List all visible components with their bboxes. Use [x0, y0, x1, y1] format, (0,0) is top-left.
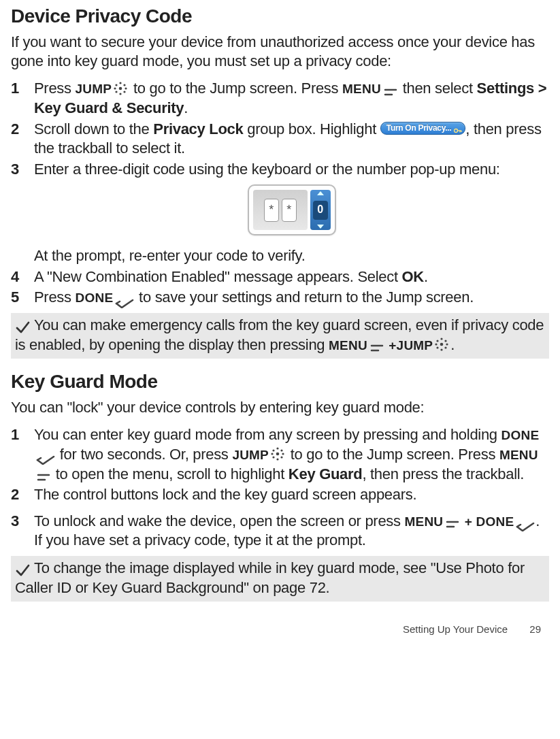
bold-text: Key Guard — [289, 465, 363, 482]
step-1: 1 You can enter key guard mode from any … — [11, 425, 549, 484]
tip-text: . — [450, 336, 455, 353]
svg-point-17 — [441, 338, 443, 340]
text: You can enter key guard mode from any sc… — [34, 426, 501, 443]
turn-on-privacy-button: Turn On Privacy... — [380, 122, 466, 135]
step-num: 5 — [11, 288, 34, 308]
text: , then press the trackball. — [362, 465, 524, 482]
step-body: Scroll down to the Privacy Lock group bo… — [34, 120, 549, 159]
step-body: You can enter key guard mode from any sc… — [34, 425, 549, 484]
jump-icon — [434, 337, 449, 352]
text: The control buttons lock and the key gua… — [34, 486, 416, 503]
step-4: 4 A "New Combination Enabled" message ap… — [11, 267, 549, 287]
jump-icon — [270, 446, 285, 461]
step-3: 3 To unlock and wake the device, open th… — [11, 512, 549, 551]
svg-point-21 — [441, 348, 443, 350]
text: to go to the Jump screen. Press — [286, 446, 499, 463]
svg-point-1 — [124, 84, 126, 86]
step-num: 3 — [11, 512, 34, 531]
code-cell: * — [264, 199, 279, 222]
svg-point-31 — [272, 457, 274, 459]
step-3: 3 Enter a three-digit code using the key… — [11, 160, 549, 244]
svg-point-22 — [437, 346, 439, 348]
text: A "New Combination Enabled" message appe… — [34, 268, 402, 285]
code-spinner: 0 — [310, 190, 331, 230]
steps-list-keyguard: 1 You can enter key guard mode from any … — [11, 425, 549, 551]
steps-list-privacy: 1 Press JUMP to go to the Jump screen. P… — [11, 79, 549, 244]
page-number: 29 — [529, 623, 541, 635]
svg-point-23 — [435, 343, 438, 345]
svg-point-4 — [120, 93, 122, 95]
step-body: A "New Combination Enabled" message appe… — [34, 267, 549, 287]
step-body: To unlock and wake the device, open the … — [34, 512, 549, 551]
svg-point-8 — [119, 86, 122, 90]
svg-point-30 — [276, 459, 278, 461]
svg-point-2 — [125, 87, 127, 89]
check-icon — [15, 320, 30, 335]
step-5: 5 Press DONE to save your settings and r… — [11, 288, 549, 308]
menu-icon — [370, 340, 384, 350]
step-num: 1 — [11, 79, 34, 99]
text: Press — [34, 289, 76, 306]
text: for two seconds. Or, press — [56, 446, 232, 463]
text: . — [184, 99, 188, 116]
code-cell: * — [282, 199, 297, 222]
svg-point-32 — [271, 453, 273, 455]
step-num: 3 — [11, 160, 34, 180]
svg-point-25 — [440, 343, 444, 346]
svg-point-18 — [445, 340, 447, 342]
svg-point-20 — [445, 346, 447, 348]
done-label: DONE — [76, 291, 114, 305]
svg-point-7 — [116, 84, 118, 86]
footer-label: Setting Up Your Device — [403, 623, 508, 635]
menu-label: MENU — [329, 338, 367, 352]
menu-label: MENU — [499, 448, 538, 462]
done-label: DONE — [476, 514, 514, 529]
step-body: Press DONE to save your settings and ret… — [34, 288, 549, 308]
jump-label: JUMP — [232, 448, 269, 462]
done-icon — [36, 450, 55, 460]
step-num: 2 — [11, 120, 34, 139]
text: group box. Highlight — [243, 120, 380, 137]
page: Device Privacy Code If you want to secur… — [0, 0, 560, 646]
text: To unlock and wake the device, open the … — [34, 512, 405, 529]
text: to save your settings and return to the … — [135, 289, 474, 306]
tip-box: To change the image displayed while in k… — [11, 556, 549, 602]
step-body: The control buttons lock and the key gua… — [34, 485, 549, 505]
button-label: Turn On Privacy... — [386, 123, 452, 133]
spinner-value: 0 — [313, 201, 328, 220]
menu-label: MENU — [405, 514, 444, 529]
step-num: 4 — [11, 267, 34, 287]
svg-point-6 — [114, 87, 116, 89]
text: . — [424, 268, 428, 285]
step-num: 2 — [11, 485, 34, 505]
done-icon — [516, 517, 535, 527]
intro-text: If you want to secure your device from u… — [11, 33, 549, 71]
arrow-up-icon — [317, 191, 324, 195]
svg-point-3 — [124, 91, 126, 93]
svg-point-5 — [116, 91, 118, 93]
check-icon — [15, 563, 30, 578]
intro-text: You can "lock" your device controls by e… — [11, 398, 549, 417]
text: then select — [399, 80, 477, 97]
jump-icon — [113, 81, 128, 96]
text: to go to the Jump screen. Press — [129, 80, 342, 97]
code-popup-image: * * 0 — [248, 184, 336, 235]
step-2: 2 Scroll down to the Privacy Lock group … — [11, 120, 549, 159]
svg-point-28 — [282, 453, 284, 455]
step-3-continuation: At the prompt, re-enter your code to ver… — [34, 246, 549, 266]
done-icon — [115, 294, 134, 303]
page-footer: Setting Up Your Device 29 — [11, 623, 549, 635]
section-title-privacy: Device Privacy Code — [11, 5, 549, 27]
text: Press — [34, 80, 76, 97]
plus: + — [461, 514, 476, 529]
done-label: DONE — [501, 428, 540, 442]
svg-point-27 — [280, 450, 282, 452]
step-body: Enter a three-digit code using the keybo… — [34, 160, 549, 244]
step-1: 1 Press JUMP to go to the Jump screen. P… — [11, 79, 549, 118]
svg-point-19 — [446, 343, 448, 345]
svg-point-26 — [276, 448, 278, 450]
tip-text: To change the image displayed while in k… — [15, 559, 525, 596]
menu-icon — [384, 84, 397, 95]
tip-box: You can make emergency calls from the ke… — [11, 313, 549, 359]
tip-text: You can make emergency calls from the ke… — [15, 316, 544, 353]
